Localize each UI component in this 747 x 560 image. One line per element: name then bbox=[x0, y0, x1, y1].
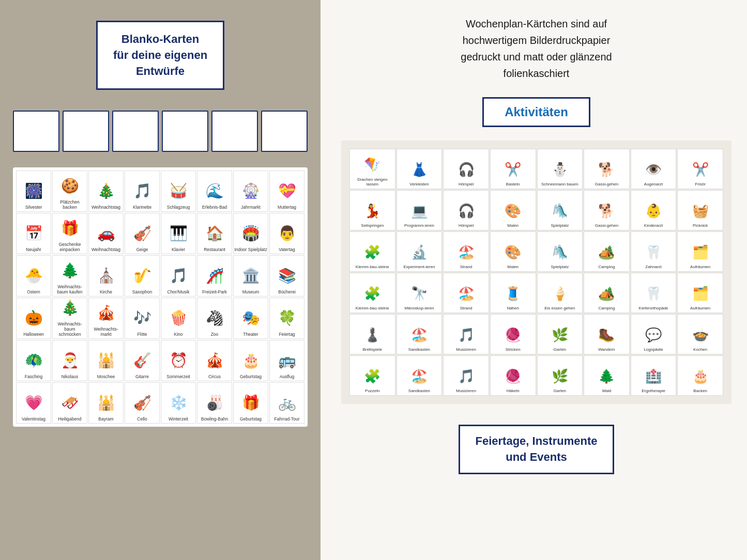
holiday-card-icon-27: 🎶 bbox=[130, 306, 155, 331]
activity-icon-3: ✂️ bbox=[505, 158, 521, 181]
activity-card-36: 🌿 Garten bbox=[537, 314, 583, 354]
activity-label-25: Mikroskop-ieren bbox=[404, 306, 434, 311]
holiday-card-28: 🍿 Kino bbox=[161, 298, 196, 339]
holiday-card-35: 🎸 Gitarre bbox=[125, 340, 160, 381]
activity-label-47: Backen bbox=[693, 388, 707, 394]
activity-icon-9: 💻 bbox=[411, 199, 428, 222]
activity-icon-35: 🧶 bbox=[505, 323, 521, 346]
bottom-title-box: Feiertage, Instrumenteund Events bbox=[459, 425, 615, 474]
activity-icon-27: 🧵 bbox=[505, 282, 521, 305]
blank-card-3 bbox=[112, 111, 159, 152]
activity-card-46: 🏥 Ergotherapie bbox=[631, 355, 677, 396]
holiday-card-37: 🎪 Circus bbox=[197, 340, 232, 381]
activity-card-25: 🔭 Mikroskop-ieren bbox=[397, 273, 443, 313]
activity-card-42: 🎵 Musizieren bbox=[443, 355, 489, 396]
holiday-card-icon-10: 🚗 bbox=[94, 221, 118, 246]
activity-label-41: Sandkasten bbox=[408, 388, 430, 394]
holiday-card-36: ⏰ Sommerzeit bbox=[161, 340, 196, 381]
holiday-card-icon-12: 🎹 bbox=[166, 221, 191, 246]
holiday-card-icon-15: 👨 bbox=[275, 221, 299, 246]
activity-icon-19: 🎨 bbox=[505, 241, 521, 263]
activity-card-7: ✂️ Frisör bbox=[677, 149, 723, 189]
holiday-card-icon-32: 🦚 bbox=[21, 348, 46, 373]
holiday-card-icon-43: 🎻 bbox=[130, 391, 155, 415]
activity-label-23: Aufräumen bbox=[690, 265, 710, 270]
activity-label-14: Kinderarzt bbox=[644, 223, 663, 228]
holiday-card-icon-47: 🚲 bbox=[275, 391, 299, 415]
holiday-card-3: 🎵 Klarinette bbox=[125, 170, 160, 212]
activity-card-34: 🎵 Musizieren bbox=[443, 314, 489, 354]
blank-card-5 bbox=[211, 111, 258, 152]
holiday-card-label-3: Klarinette bbox=[133, 205, 151, 210]
holiday-card-label-0: Silvester bbox=[25, 205, 42, 210]
holiday-card-label-20: Chor/Musik bbox=[167, 289, 190, 294]
activity-card-28: 🍦 Eis essen gehen bbox=[537, 273, 583, 313]
activity-icon-24: 🧩 bbox=[364, 282, 380, 305]
holiday-card-icon-19: 🎷 bbox=[130, 263, 155, 288]
activity-icon-41: 🏖️ bbox=[411, 365, 428, 387]
holiday-card-icon-41: 🛷 bbox=[57, 391, 82, 415]
activity-card-23: 🗂️ Aufräumen bbox=[677, 231, 723, 272]
holiday-card-label-12: Klavier bbox=[172, 247, 185, 252]
activity-card-15: 🧺 Picknick bbox=[677, 190, 723, 230]
holiday-card-label-7: Muttertag bbox=[278, 205, 296, 210]
activity-icon-32: ♟️ bbox=[364, 323, 380, 346]
holiday-card-icon-39: 🚌 bbox=[275, 348, 299, 373]
activity-icon-31: 🗂️ bbox=[692, 282, 709, 305]
holiday-card-46: 🎁 Geburtstag bbox=[233, 382, 268, 424]
activity-label-9: Programm-ieren bbox=[404, 223, 434, 228]
blanko-line2: für deine eigenen bbox=[113, 49, 207, 61]
holiday-card-label-44: Winterzeit bbox=[169, 416, 188, 422]
holiday-card-icon-37: 🎪 bbox=[202, 348, 227, 373]
holiday-card-icon-36: ⏰ bbox=[166, 348, 191, 373]
activity-card-37: 🥾 Wandern bbox=[584, 314, 630, 354]
holiday-card-icon-11: 🎻 bbox=[130, 221, 155, 246]
activity-icon-2: 🎧 bbox=[458, 158, 475, 181]
activity-icon-37: 🥾 bbox=[598, 323, 615, 346]
holiday-card-label-34: Moschee bbox=[97, 374, 115, 379]
activity-card-11: 🎨 Malen bbox=[490, 190, 536, 230]
holiday-card-6: 🎡 Jahrmarkt bbox=[233, 170, 268, 212]
holiday-card-icon-46: 🎁 bbox=[238, 391, 263, 415]
holiday-card-47: 🚲 Fahrrad-Tour bbox=[269, 382, 304, 424]
holiday-card-label-40: Valentinstag bbox=[22, 416, 45, 422]
holiday-card-34: 🕌 Moschee bbox=[88, 340, 124, 381]
activities-section: 🪁 Drachen steigen lassen 👗 Verkleiden 🎧 … bbox=[341, 141, 731, 404]
activity-label-20: Spielplatz bbox=[551, 265, 569, 270]
holiday-card-40: 💗 Valentinstag bbox=[16, 382, 51, 424]
holiday-card-label-31: Feiertag bbox=[279, 332, 295, 337]
activity-card-44: 🌿 Garten bbox=[537, 355, 583, 396]
blank-cards-row bbox=[13, 111, 308, 152]
activity-icon-0: 🪁 bbox=[364, 153, 380, 176]
activity-card-26: 🏖️ Strand bbox=[443, 273, 489, 313]
holiday-card-label-32: Fasching bbox=[25, 374, 43, 379]
holiday-card-38: 🎂 Geburtstag bbox=[233, 340, 268, 381]
activity-card-6: 👁️ Augenarzt bbox=[631, 149, 677, 189]
holiday-card-label-41: Heiligabend bbox=[58, 416, 82, 422]
activity-icon-13: 🐕 bbox=[598, 199, 615, 222]
holiday-card-23: 📚 Bücherei bbox=[269, 255, 304, 297]
holiday-card-30: 🎭 Theater bbox=[233, 298, 268, 339]
holiday-card-label-28: Kino bbox=[174, 332, 182, 337]
activity-icon-26: 🏖️ bbox=[458, 282, 475, 305]
holiday-card-9: 🎁 Geschenke einpacken bbox=[52, 213, 87, 254]
holiday-card-7: 💝 Muttertag bbox=[269, 170, 304, 212]
holiday-card-label-37: Circus bbox=[208, 374, 221, 379]
activity-icon-25: 🔭 bbox=[411, 282, 428, 305]
holiday-card-0: 🎆 Silvester bbox=[16, 170, 51, 212]
activity-icon-22: 🦷 bbox=[645, 241, 662, 263]
holiday-card-icon-35: 🎸 bbox=[130, 348, 155, 373]
holiday-card-21: 🎢 Freizeit-Park bbox=[197, 255, 232, 297]
holiday-card-label-6: Jahrmarkt bbox=[241, 205, 261, 210]
activity-icon-21: 🏕️ bbox=[598, 241, 615, 263]
activity-label-4: Schneemann bauen bbox=[541, 182, 578, 187]
activity-label-28: Eis essen gehen bbox=[544, 306, 575, 311]
activity-label-13: Gassi-gehen bbox=[595, 223, 618, 228]
holiday-card-icon-16: 🐣 bbox=[21, 263, 46, 288]
holiday-card-icon-0: 🎆 bbox=[21, 179, 46, 204]
holiday-card-icon-44: ❄️ bbox=[166, 391, 191, 415]
holiday-card-icon-33: 🎅 bbox=[57, 348, 82, 373]
holiday-card-label-36: Sommerzeit bbox=[166, 374, 190, 379]
holiday-card-label-2: Weihnachtstag bbox=[92, 205, 120, 210]
activity-label-17: Experiment-ieren bbox=[403, 265, 435, 270]
